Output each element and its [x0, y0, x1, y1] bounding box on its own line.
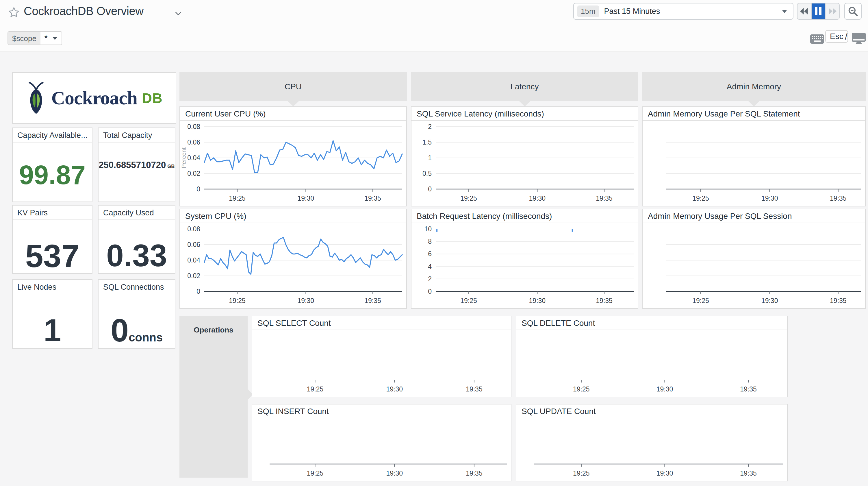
chart-plot-area[interactable]: 19:2519:3019:35	[643, 224, 865, 308]
chart-title: SQL SELECT Count	[252, 316, 511, 330]
step-forward-button[interactable]	[825, 3, 839, 19]
group-header-admin-memory[interactable]: Admin Memory	[642, 72, 866, 101]
svg-text:19:25: 19:25	[229, 195, 246, 202]
page-title: CockroachDB Overview	[24, 5, 144, 18]
svg-text:2: 2	[428, 275, 432, 283]
svg-text:19:30: 19:30	[298, 297, 314, 305]
stat-label: Capacity Used	[98, 205, 175, 220]
stat-sql-connections: SQL Connections 0conns	[98, 279, 176, 349]
stat-label: Total Capacity	[98, 128, 175, 143]
chart-plot-area[interactable]: 108642019:2519:3019:35	[411, 224, 638, 308]
svg-text:4: 4	[428, 263, 432, 270]
chevron-down-icon[interactable]	[174, 9, 183, 20]
pause-button[interactable]	[811, 3, 825, 19]
svg-text:19:35: 19:35	[596, 195, 613, 202]
stat-kv-pairs: KV Pairs 537	[12, 205, 92, 274]
svg-text:0.08: 0.08	[187, 123, 200, 131]
svg-text:19:30: 19:30	[656, 385, 673, 393]
time-range-label: Past 15 Minutes	[604, 7, 782, 16]
scope-selected-value: *	[44, 33, 48, 43]
chart-title: SQL UPDATE Count	[516, 404, 787, 418]
group-header-operations[interactable]: Operations	[180, 316, 248, 478]
stat-total-capacity: Total Capacity 250.6855710720GB	[98, 127, 176, 202]
stat-label: SQL Connections	[98, 280, 175, 294]
svg-text:1: 1	[428, 154, 432, 162]
group-title: Operations	[180, 325, 248, 335]
chart-sql-service-latency: SQL Service Latency (milliseconds) 21.51…	[411, 106, 638, 206]
time-range-selector[interactable]: 15m Past 15 Minutes	[573, 3, 794, 20]
svg-text:19:30: 19:30	[762, 297, 778, 305]
group-header-cpu[interactable]: CPU	[180, 72, 407, 101]
logo-db-suffix: DB	[142, 90, 162, 106]
stat-capacity-used: Capacity Used 0.33	[98, 205, 176, 274]
svg-text:19:35: 19:35	[830, 297, 847, 305]
chart-admin-memory-statement: Admin Memory Usage Per SQL Statement 19:…	[642, 106, 866, 206]
stat-value: 1	[13, 294, 92, 348]
zoom-out-button[interactable]	[844, 3, 862, 20]
svg-text:6: 6	[428, 250, 432, 258]
chart-plot-area[interactable]: 19:2519:3019:35	[516, 419, 787, 481]
svg-text:1.5: 1.5	[423, 139, 432, 146]
keyboard-shortcuts-icon[interactable]	[810, 33, 825, 46]
chart-plot-area[interactable]: 0.080.060.040.02019:2519:3019:35Percent	[180, 121, 406, 206]
chart-plot-area[interactable]: 19:2519:3019:35	[252, 419, 511, 481]
group-header-latency[interactable]: Latency	[411, 72, 638, 101]
stat-value: 0.33	[98, 220, 175, 273]
svg-text:19:25: 19:25	[573, 385, 590, 393]
chart-title: SQL DELETE Count	[516, 316, 787, 330]
group-notch	[519, 101, 530, 106]
chart-sql-select-count: SQL SELECT Count 19:2519:3019:35	[252, 316, 512, 397]
chart-plot-area[interactable]: 19:2519:3019:35	[252, 331, 511, 397]
chart-title: Batch Request Latency (milliseconds)	[411, 209, 638, 223]
logo-wordmark: Cockroach	[51, 87, 137, 109]
group-notch	[748, 101, 760, 106]
svg-text:0.02: 0.02	[187, 272, 200, 280]
slash-separator: /	[845, 31, 847, 42]
time-range-badge: 15m	[577, 5, 599, 17]
svg-text:19:35: 19:35	[596, 297, 613, 305]
svg-text:19:35: 19:35	[740, 469, 757, 477]
svg-text:0.02: 0.02	[187, 170, 200, 177]
svg-text:0.06: 0.06	[187, 139, 200, 146]
svg-text:19:30: 19:30	[529, 297, 546, 305]
group-title: Admin Memory	[727, 82, 781, 91]
chart-system-cpu: System CPU (%) 0.080.060.040.02019:2519:…	[180, 209, 407, 309]
svg-text:19:25: 19:25	[460, 195, 477, 202]
svg-text:19:25: 19:25	[573, 469, 590, 477]
scope-label: $scope	[8, 32, 40, 45]
stat-label: Capacity Available...	[13, 128, 92, 143]
chart-sql-insert-count: SQL INSERT Count 19:2519:3019:35	[252, 404, 512, 481]
stat-unit: conns	[129, 331, 163, 344]
template-variable-scope[interactable]: $scope *	[7, 31, 62, 45]
chart-title: SQL Service Latency (milliseconds)	[411, 107, 638, 121]
chevron-down-icon	[52, 37, 58, 40]
chart-title: Current User CPU (%)	[180, 107, 406, 121]
stat-value: 0conns	[98, 294, 175, 348]
group-title: Latency	[510, 82, 538, 91]
stat-unit: GB	[167, 164, 175, 169]
svg-text:0: 0	[428, 288, 432, 295]
group-notch	[287, 101, 299, 106]
chart-plot-area[interactable]: 0.080.060.040.02019:2519:3019:35	[180, 224, 406, 308]
svg-text:19:25: 19:25	[692, 195, 709, 202]
chart-current-user-cpu: Current User CPU (%) 0.080.060.040.02019…	[180, 106, 407, 206]
chart-plot-area[interactable]: 19:2519:3019:35	[643, 121, 865, 206]
chart-batch-request-latency: Batch Request Latency (milliseconds) 108…	[411, 209, 638, 309]
chart-title: SQL INSERT Count	[252, 404, 511, 418]
svg-text:0.06: 0.06	[187, 241, 200, 248]
svg-text:19:25: 19:25	[229, 297, 246, 305]
stat-live-nodes: Live Nodes 1	[12, 279, 92, 349]
magnifier-minus-icon	[847, 6, 859, 17]
chart-sql-delete-count: SQL DELETE Count 19:2519:3019:35	[516, 316, 788, 397]
tv-mode-icon[interactable]	[851, 32, 866, 46]
cockroach-bug-icon	[26, 81, 46, 115]
chevron-down-icon	[782, 10, 787, 13]
svg-text:19:25: 19:25	[307, 469, 323, 477]
svg-text:0.5: 0.5	[423, 170, 432, 177]
chart-plot-area[interactable]: 19:2519:3019:35	[516, 331, 787, 397]
svg-text:19:30: 19:30	[656, 469, 673, 477]
svg-text:10: 10	[424, 225, 432, 233]
chart-plot-area[interactable]: 21.510.5019:2519:3019:35	[411, 121, 638, 206]
favorite-star-icon[interactable]	[7, 6, 20, 19]
step-backward-button[interactable]	[798, 3, 811, 19]
